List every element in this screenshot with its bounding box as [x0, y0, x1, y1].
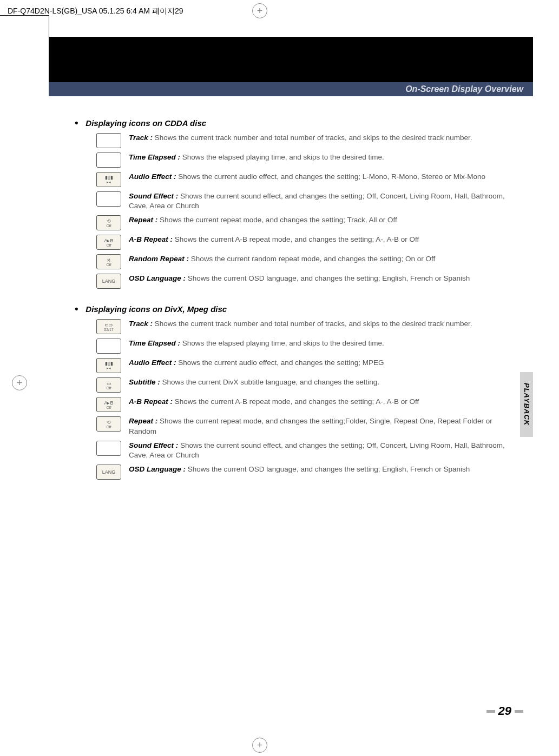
osd-item-label: Repeat : [129, 417, 157, 425]
banner-title: On-Screen Display Overview [405, 84, 523, 94]
icon-glyph: LANG [102, 469, 116, 475]
time-elapsed-icon [96, 339, 121, 354]
osd-item-desc: Shows the current sound effect, and chan… [129, 192, 505, 210]
side-tab: PLAYBACK [520, 372, 533, 437]
bullet-icon: • [75, 304, 78, 314]
osd-language-icon: LANG [96, 274, 121, 289]
osd-item-row: ▭ Off Subtitle : Shows the current DivX … [96, 377, 517, 393]
osd-item-text: OSD Language : Shows the current OSD lan… [129, 274, 517, 283]
osd-item-text: Time Elapsed : Shows the elapsed playing… [129, 152, 517, 162]
osd-item-label: Repeat : [129, 216, 157, 224]
repeat-icon: ⟲ Off [96, 416, 121, 432]
icon-caption: Off [106, 224, 111, 228]
sound-effect-icon [96, 191, 121, 207]
icon-caption: Off [106, 263, 111, 267]
osd-item-row: ▮▯▮ ▸◂ Audio Effect : Shows the current … [96, 172, 517, 187]
osd-item-desc: Shows the elapsed playing time, and skip… [180, 339, 384, 347]
page-frame: On-Screen Display Overview • Displaying … [49, 37, 533, 724]
osd-item-desc: Shows the current OSD language, and chan… [186, 274, 470, 282]
osd-item-text: Audio Effect : Shows the current audio e… [129, 358, 517, 368]
icon-glyph: ▭ [107, 381, 111, 386]
crop-rule-v [49, 15, 49, 37]
osd-item-label: OSD Language : [129, 274, 186, 282]
osd-item-desc: Shows the current DivX subtitle language… [160, 378, 379, 386]
osd-item-text: Repeat : Shows the current repeat mode, … [129, 416, 517, 436]
page-number-value: 29 [498, 704, 511, 718]
icon-caption: Off [106, 406, 111, 409]
repeat-icon: ⟲ Off [96, 215, 121, 230]
side-tab-label: PLAYBACK [523, 383, 531, 426]
banner-strip: On-Screen Display Overview [49, 82, 533, 96]
osd-item-row: LANG OSD Language : Shows the current OS… [96, 465, 517, 480]
osd-item-text: Time Elapsed : Shows the elapsed playing… [129, 339, 517, 348]
osd-item-desc: Shows the current audio effect, and chan… [176, 359, 384, 367]
section-heading-text: Displaying icons on CDDA disc [86, 118, 206, 128]
page-number: 29 [486, 704, 523, 718]
icon-glyph: A▸B [104, 238, 113, 243]
crop-mark-icon: + [252, 3, 267, 18]
osd-item-row: LANG OSD Language : Shows the current OS… [96, 274, 517, 289]
icon-glyph: ⟲ [107, 420, 111, 425]
osd-item-row: ⟲ Off Repeat : Shows the current repeat … [96, 416, 517, 436]
osd-item-label: Random Repeat : [129, 255, 189, 263]
icon-glyph: ⤨ [107, 257, 111, 263]
track-icon [96, 133, 121, 148]
page-banner: On-Screen Display Overview [49, 37, 533, 96]
section-heading: • Displaying icons on DivX, Mpeg disc [75, 304, 517, 314]
osd-item-row: Sound Effect : Shows the current sound e… [96, 191, 517, 211]
osd-item-text: Audio Effect : Shows the current audio e… [129, 172, 517, 182]
osd-item-label: Track : [129, 134, 153, 142]
page-number-bar-icon [515, 710, 523, 713]
osd-item-label: Sound Effect : [129, 192, 178, 200]
random-repeat-icon: ⤨ Off [96, 254, 121, 269]
icon-glyph: ▮▯▮ [105, 361, 113, 366]
audio-effect-icon: ▮▯▮ ▸◂ [96, 172, 121, 187]
osd-item-desc: Shows the current sound effect, and chan… [129, 441, 505, 459]
ab-repeat-icon: A▸B Off [96, 235, 121, 250]
osd-item-row: Time Elapsed : Shows the elapsed playing… [96, 152, 517, 168]
osd-item-text: Sound Effect : Shows the current sound e… [129, 441, 517, 460]
osd-item-row: A▸B Off A-B Repeat : Shows the current A… [96, 235, 517, 250]
page-number-bar-icon [486, 710, 495, 713]
sound-effect-icon [96, 441, 121, 456]
crop-mark-icon: + [12, 375, 27, 390]
osd-item-label: Time Elapsed : [129, 153, 180, 161]
osd-item-label: Subtitle : [129, 378, 160, 386]
section-heading-text: Displaying icons on DivX, Mpeg disc [86, 304, 227, 314]
osd-item-desc: Shows the current track number and total… [153, 320, 472, 328]
osd-item-desc: Shows the current OSD language, and chan… [186, 465, 470, 473]
icon-glyph: LANG [102, 278, 116, 284]
ab-repeat-icon: A▸B Off [96, 397, 121, 412]
icon-caption: 02/17 [104, 328, 114, 331]
osd-language-icon: LANG [96, 465, 121, 480]
osd-item-text: Track : Shows the current track number a… [129, 133, 517, 143]
osd-item-text: Track : Shows the current track number a… [129, 319, 517, 329]
osd-item-text: A-B Repeat : Shows the current A-B repea… [129, 235, 517, 244]
osd-item-row: Sound Effect : Shows the current sound e… [96, 441, 517, 460]
osd-item-text: Sound Effect : Shows the current sound e… [129, 191, 517, 211]
osd-item-row: A▸B Off A-B Repeat : Shows the current A… [96, 397, 517, 412]
osd-item-row: ⤨ Off Random Repeat : Shows the current … [96, 254, 517, 269]
page-content: • Displaying icons on CDDA disc Track : … [49, 96, 533, 480]
icon-glyph: ⊂⊃ [104, 322, 113, 328]
icon-caption: ▸◂ [107, 366, 111, 370]
icon-caption: Off [106, 386, 111, 390]
osd-item-row: ▮▯▮ ▸◂ Audio Effect : Shows the current … [96, 358, 517, 373]
osd-item-desc: Shows the current A-B repeat mode, and c… [173, 397, 419, 406]
time-elapsed-icon [96, 152, 121, 168]
osd-item-desc: Shows the current audio effect, and chan… [176, 173, 486, 181]
icon-caption: ▸◂ [107, 180, 111, 184]
subtitle-icon: ▭ Off [96, 377, 121, 393]
crop-rule-h [0, 15, 49, 16]
icon-glyph: ⟲ [107, 218, 111, 224]
osd-item-row: ⟲ Off Repeat : Shows the current repeat … [96, 215, 517, 230]
icon-glyph: ▮▯▮ [105, 175, 113, 180]
osd-item-row: Time Elapsed : Shows the elapsed playing… [96, 339, 517, 354]
osd-item-label: Sound Effect : [129, 441, 178, 449]
osd-item-text: Random Repeat : Shows the current random… [129, 254, 517, 264]
osd-item-label: A-B Repeat : [129, 235, 173, 243]
osd-item-label: OSD Language : [129, 465, 186, 473]
crop-mark-icon: + [252, 738, 267, 753]
osd-item-label: A-B Repeat : [129, 397, 173, 406]
osd-item-desc: Shows the elapsed playing time, and skip… [180, 153, 384, 161]
